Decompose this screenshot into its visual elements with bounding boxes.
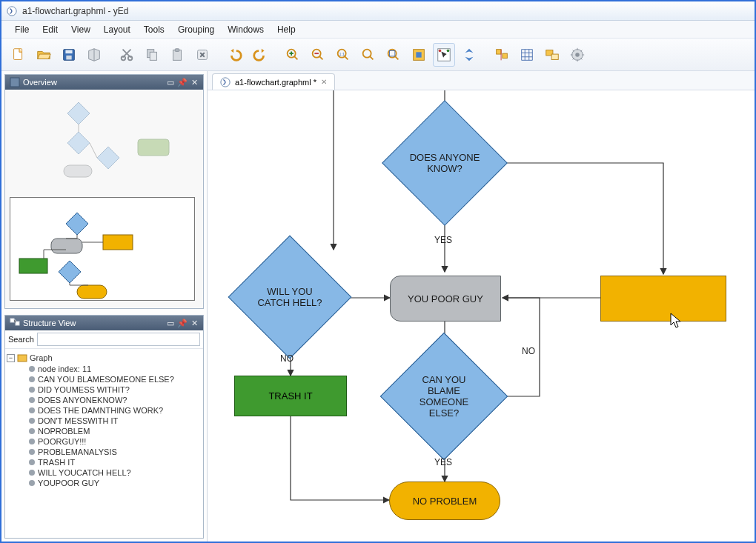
titlebar: a1-flowchart.graphml - yEd (1, 1, 755, 21)
tree-node[interactable]: POORGUY!!! (7, 436, 202, 447)
menu-edit[interactable]: Edit (36, 23, 64, 36)
node-trash-it[interactable]: TRASH IT (234, 376, 347, 416)
delete-icon[interactable] (191, 43, 213, 67)
tree-node[interactable]: DOES THE DAMNTHING WORK? (7, 405, 202, 416)
overview-header[interactable]: Overview ▭ 📌 ✕ (5, 75, 203, 90)
panel-close-icon[interactable]: ✕ (190, 319, 199, 327)
save-as-icon[interactable] (83, 43, 105, 67)
new-icon[interactable] (7, 43, 30, 67)
node-will-you-catch-hell[interactable]: WILL YOU CATCH HELL? (246, 253, 334, 341)
tree-root-label: Graph (30, 353, 53, 362)
menu-layout[interactable]: Layout (98, 23, 136, 36)
zoom-in-icon[interactable] (282, 43, 304, 67)
tree-node[interactable]: NOPROBLEM (7, 426, 202, 436)
graph-root-icon (17, 353, 27, 363)
document-tab[interactable]: a1-flowchart.graphml * ✕ (212, 73, 335, 90)
tree-node[interactable]: PROBLEMANALYSIS (7, 447, 202, 457)
menu-view[interactable]: View (65, 23, 96, 36)
paste-icon[interactable] (166, 43, 188, 67)
overview-title: Overview (23, 78, 57, 87)
tree-root[interactable]: − Graph (7, 352, 202, 364)
svg-line-37 (90, 143, 97, 158)
svg-rect-1 (14, 48, 22, 59)
panel-float-icon[interactable]: ▭ (166, 78, 175, 87)
edge-label-yes2: YES (434, 457, 452, 467)
panel-pin-icon[interactable]: 📌 (178, 78, 187, 87)
document-tabs: a1-flowchart.graphml * ✕ (208, 71, 755, 90)
svg-rect-39 (51, 239, 82, 253)
menu-file[interactable]: File (9, 23, 35, 36)
grid-icon[interactable] (516, 43, 538, 67)
copy-icon[interactable] (141, 43, 163, 67)
tree-node-index[interactable]: node index: 11 (7, 364, 202, 374)
svg-rect-4 (66, 55, 71, 59)
zoom-out-icon[interactable] (307, 43, 329, 67)
side-panels: Overview ▭ 📌 ✕ (1, 71, 208, 542)
node-orange-rect[interactable] (600, 276, 726, 322)
structure-panel: Structure View ▭ 📌 ✕ Search − Graph (4, 315, 204, 539)
tree-node[interactable]: DID YOUMESS WITHIT? (7, 384, 202, 395)
svg-point-22 (439, 49, 442, 52)
svg-rect-44 (10, 319, 14, 322)
search-label: Search (8, 335, 34, 344)
structure-icon (10, 318, 20, 328)
tree-collapse-icon[interactable]: − (7, 354, 15, 362)
node-can-you-blame[interactable]: CAN YOU BLAME SOMEONE ELSE? (399, 351, 489, 442)
panel-float-icon[interactable]: ▭ (166, 319, 175, 327)
editor-area: a1-flowchart.graphml * ✕ (208, 71, 755, 542)
navigate-icon[interactable] (458, 43, 480, 67)
node-does-anyone-know[interactable]: DOES ANYONE KNOW? (400, 119, 489, 207)
svg-marker-42 (59, 261, 81, 283)
tree-node[interactable]: YOUPOOR GUY (7, 478, 202, 488)
menu-windows[interactable]: Windows (222, 23, 270, 36)
doc-icon (220, 77, 231, 87)
svg-point-29 (575, 53, 580, 57)
svg-point-23 (447, 49, 450, 52)
tree-node[interactable]: TRASH IT (7, 457, 202, 467)
tree-node[interactable]: WILL YOUCATCH HELL? (7, 467, 202, 478)
search-input[interactable] (37, 333, 200, 346)
svg-rect-27 (551, 54, 558, 59)
menu-tools[interactable]: Tools (138, 23, 170, 36)
edge-label-no2: NO (522, 346, 535, 356)
menu-grouping[interactable]: Grouping (172, 23, 220, 36)
properties-icon[interactable] (566, 43, 588, 67)
fit-selection-icon[interactable] (408, 43, 430, 67)
tree-node[interactable]: CAN YOU BLAMESOMEONE ELSE? (7, 374, 202, 384)
align-icon[interactable] (491, 43, 513, 67)
structure-title: Structure View (23, 319, 76, 327)
panel-pin-icon[interactable]: 📌 (178, 319, 187, 327)
svg-rect-34 (138, 139, 169, 156)
node-no-problem[interactable]: NO PROBLEM (389, 482, 500, 520)
select-mode-icon[interactable] (433, 43, 455, 67)
zoom-1to1-icon[interactable]: 1:1 (332, 43, 354, 67)
zoom-fit-icon[interactable] (357, 43, 379, 67)
zoom-area-icon[interactable] (382, 43, 405, 67)
svg-rect-8 (150, 52, 156, 60)
panel-close-icon[interactable]: ✕ (190, 78, 199, 87)
tree-node[interactable]: DOES ANYONEKNOW? (7, 395, 202, 405)
tab-close-icon[interactable]: ✕ (321, 78, 327, 86)
node-you-poor-guy[interactable]: YOU POOR GUY (390, 276, 501, 322)
structure-tree[interactable]: − Graph node index: 11 CAN YOU BLAMESOME… (5, 349, 203, 491)
redo-icon[interactable] (249, 43, 271, 67)
structure-header[interactable]: Structure View ▭ 📌 ✕ (5, 316, 203, 330)
svg-rect-45 (16, 322, 19, 325)
edge-label-no1: NO (280, 353, 294, 364)
menu-help[interactable]: Help (271, 23, 302, 36)
undo-icon[interactable] (224, 43, 246, 67)
auto-layout-icon[interactable] (541, 43, 563, 67)
svg-rect-24 (497, 49, 501, 53)
overview-panel: Overview ▭ 📌 ✕ (4, 74, 204, 309)
menubar: File Edit View Layout Tools Grouping Win… (1, 21, 755, 39)
svg-rect-46 (18, 355, 27, 362)
overview-icon (10, 77, 20, 87)
svg-rect-41 (19, 259, 47, 273)
overview-canvas[interactable] (5, 90, 203, 308)
tree-node[interactable]: DON'T MESSWITH IT (7, 416, 202, 426)
svg-marker-31 (67, 102, 90, 124)
save-icon[interactable] (58, 43, 80, 67)
cut-icon[interactable] (116, 43, 138, 67)
open-icon[interactable] (33, 43, 55, 67)
graph-canvas[interactable]: DOES ANYONE KNOW? WILL YOU CATCH HELL? Y… (208, 90, 755, 542)
